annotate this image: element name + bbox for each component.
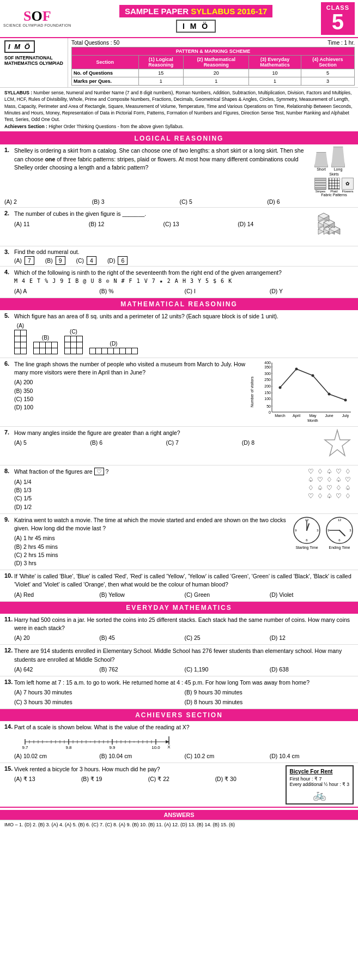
q2-opt-c: (C) 13 [163, 220, 237, 228]
question-11: 11. Harry had 500 coins in a jar. He sor… [0, 614, 358, 645]
svg-text:400: 400 [264, 361, 271, 365]
q1-image: Short Long Skirts Stripes Plaid ✿ [314, 147, 354, 197]
q1-opt-c: (C) 5 [180, 198, 266, 205]
class-number: 5 [332, 11, 344, 33]
q15-opt-c: (C) ₹ 22 [148, 775, 214, 783]
marks-per-label: Marks per Ques. [71, 77, 138, 86]
q9-opt-b: (B) 2 hrs 45 mins [14, 543, 288, 551]
q6-text: The line graph shows the number of peopl… [14, 361, 245, 376]
bicycle-rate1: First hour : ₹ 7 [290, 776, 349, 782]
svg-text:June: June [325, 414, 333, 418]
q4-opt-b: (B) % [99, 287, 183, 295]
q1-text: Shelley is ordering a skirt from a catal… [14, 147, 304, 171]
q13-opt-b: (B) 9 hours 30 minutes [185, 688, 354, 697]
svg-text:200: 200 [264, 384, 271, 388]
question-1: 1. Shelley is ordering a skirt from a ca… [0, 144, 358, 208]
header-center: SAMPLE PAPER SYLLABUS 2016-17 I M Ö [76, 2, 317, 35]
svg-text:Month: Month [307, 419, 318, 422]
question-3: 3. Find the odd numeral out. (A) 7 (B) 9… [0, 246, 358, 267]
q6-graph: Number of visitors 0 50 100 150 200 250 … [250, 360, 354, 424]
svg-text:May: May [309, 414, 317, 418]
question-13: 13. Tom left home at 7 : 15 a.m. to go t… [0, 676, 358, 709]
q2-cube-image [315, 210, 354, 244]
svg-point-38 [279, 386, 282, 389]
q5-opt-d: (D) [89, 341, 138, 355]
question-4: 4. Which of the following is ninth to th… [0, 267, 358, 298]
q8-opt-d: (D) 1/2 [14, 503, 304, 511]
q5-opt-b: (B) [33, 335, 58, 355]
q14-opt-a: (A) 10.02 cm [14, 752, 98, 760]
question-2: 2. The number of cubes in the given figu… [0, 208, 358, 246]
q11-number: 11. [4, 616, 14, 622]
q2-opt-b: (B) 12 [89, 220, 162, 228]
q5-opt-c: (C) [64, 329, 83, 355]
svg-text:300: 300 [264, 372, 271, 376]
q9-opt-c: (C) 2 hrs 15 mins [14, 551, 288, 559]
svg-text:0: 0 [269, 410, 271, 414]
q1-opt-d: (D) 6 [267, 198, 354, 205]
q13-opt-a: (A) 7 hours 30 minutes [14, 688, 184, 697]
q3-opt-d: (D) 6 [107, 257, 128, 264]
q6-number: 6. [4, 360, 14, 367]
marks-logical: 1 [138, 77, 183, 86]
time: Time : 1 hr. [327, 40, 355, 46]
svg-marker-49 [325, 430, 350, 456]
q13-number: 13. [4, 679, 14, 685]
q11-opt-a: (A) 20 [14, 634, 98, 642]
q15-opt-d: (D) ₹ 30 [215, 775, 281, 783]
q10-opt-d: (D) Violet [270, 591, 354, 599]
svg-point-40 [312, 374, 314, 377]
q7-star-image [321, 429, 354, 463]
class-box: CLASS 5 [321, 2, 355, 35]
q15-text: Vivek rented a bicycle for 3 hours. How … [14, 766, 160, 772]
svg-text:July: July [342, 414, 349, 418]
q3-number: 3. [4, 249, 14, 255]
svg-text:9.9: 9.9 [109, 745, 116, 750]
svg-text:March: March [275, 414, 286, 418]
q11-opt-d: (D) 12 [270, 634, 354, 642]
question-12: 12. There are 914 students enrolled in E… [0, 645, 358, 676]
q9-number: 9. [4, 516, 14, 523]
q12-opt-c: (C) 1,190 [185, 666, 269, 674]
question-14: 14. Part of a scale is shown below. What… [0, 721, 358, 763]
q3-opt-c: (C) 4 [76, 257, 96, 264]
marks-everyday: 1 [249, 77, 301, 86]
q3-opt-a: (A) 7 [14, 257, 34, 264]
q8-opt-a: (A) 1/4 [14, 478, 304, 486]
col-math: (2) MathematicalReasoning [183, 56, 248, 69]
q8-opt-c: (C) 1/5 [14, 494, 304, 503]
svg-point-42 [344, 399, 347, 402]
q15-bicycle-box: Bicycle For Rent First hour : ₹ 7 Every … [286, 765, 354, 804]
svg-text:9.8: 9.8 [65, 745, 72, 750]
q4-text: Which of the following is ninth to the r… [14, 269, 282, 276]
q10-opt-b: (B) Yellow [99, 591, 183, 599]
imo-line2: MATHEMATICS OLYMPIAD [4, 61, 63, 66]
q12-opt-b: (B) 762 [99, 666, 183, 674]
svg-text:9.7: 9.7 [22, 745, 28, 750]
num-q-math: 20 [183, 69, 248, 77]
answers-text: IMO – 1. (D) 2. (B) 3. (A) 4. (A) 5. (B)… [0, 820, 358, 829]
syllabus-year: SYLLABUS 2016-17 [191, 7, 267, 16]
svg-text:10.0: 10.0 [151, 745, 160, 750]
q11-text: Harry had 500 coins in a jar. He sorted … [14, 616, 350, 631]
q15-number: 15. [4, 765, 14, 772]
question-7: 7. How many angles inside the figure are… [0, 427, 358, 465]
page-header: SOF SCIENCE OLYMPIAD FOUNDATION SAMPLE P… [0, 0, 358, 38]
svg-text:X: X [167, 745, 171, 749]
svg-text:Number of visitors: Number of visitors [250, 376, 254, 407]
svg-text:April: April [293, 414, 300, 418]
logical-reasoning-header: LOGICAL REASONING [0, 132, 358, 144]
question-5: 5. Which figure has an area of 8 sq. uni… [0, 310, 358, 358]
svg-text:250: 250 [264, 378, 271, 382]
q15-opt-a: (A) ₹ 13 [14, 775, 80, 783]
question-8: 8. What fraction of the figures are ♡ ? … [0, 465, 358, 514]
q6-opt-b: (B) 350 [14, 387, 247, 395]
svg-text:100: 100 [264, 397, 271, 401]
q2-text: The number of cubes in the given figure … [14, 210, 146, 217]
question-9: 9. Katrina went to watch a movie. The ti… [0, 514, 358, 570]
col-achievers: (4) AchieversSection [301, 56, 354, 69]
num-q-logical: 15 [138, 69, 183, 77]
q7-opt-a: (A) 5 [14, 439, 89, 447]
q7-opt-b: (B) 6 [90, 439, 165, 447]
q5-number: 5. [4, 312, 14, 319]
